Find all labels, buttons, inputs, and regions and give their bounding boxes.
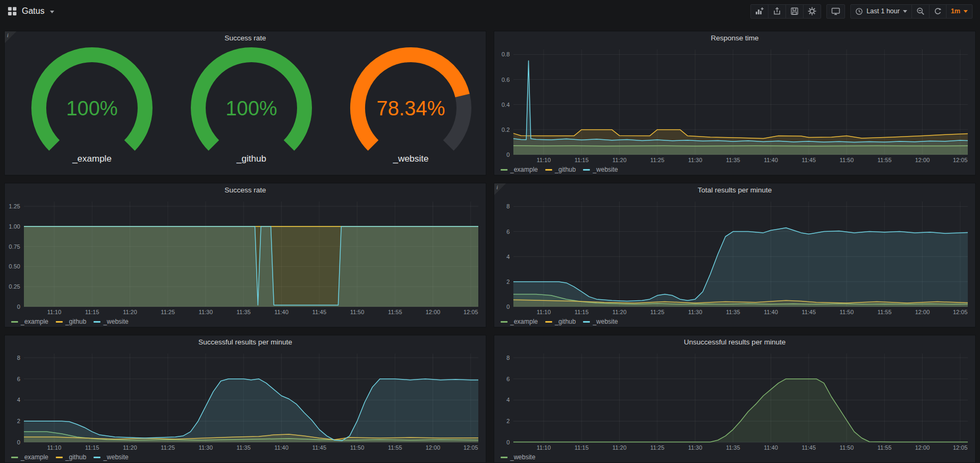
- time-controls-group: Last 1 hour 1m: [850, 4, 973, 19]
- legend-series-name: _website: [593, 166, 618, 173]
- x-tick-label: 11:25: [160, 309, 175, 315]
- legend-item[interactable]: _example: [11, 318, 48, 325]
- total-results-per-minute-panel: iTotal results per minute0246811:1011:15…: [494, 183, 976, 327]
- chart-legend: _example_github_website: [494, 316, 975, 327]
- caret-down-icon: [964, 10, 968, 13]
- gauge-series-label: _website: [393, 154, 428, 164]
- legend-item[interactable]: _github: [56, 318, 86, 325]
- panel-title[interactable]: Success rate: [5, 183, 486, 197]
- add-panel-button[interactable]: [750, 4, 768, 19]
- panel-info-icon[interactable]: i: [5, 31, 16, 43]
- x-tick-label: 11:15: [575, 157, 589, 163]
- legend-item[interactable]: _website: [501, 453, 535, 461]
- legend-series-swatch: [11, 457, 18, 458]
- legend-item[interactable]: _example: [501, 166, 538, 173]
- x-tick-label: 11:20: [612, 157, 627, 163]
- time-range-picker[interactable]: Last 1 hour: [850, 4, 912, 19]
- x-tick-label: 11:15: [575, 444, 589, 451]
- x-tick-label: 11:10: [537, 157, 551, 163]
- legend-series-swatch: [501, 457, 508, 458]
- monitor-icon: [831, 7, 840, 15]
- legend-item[interactable]: _website: [583, 166, 618, 173]
- panel-body: 0246811:1011:1511:2011:2511:3011:3511:40…: [494, 349, 975, 452]
- x-tick-label: 12:00: [915, 309, 930, 315]
- legend-item[interactable]: _github: [545, 318, 576, 325]
- x-tick-label: 12:05: [953, 157, 968, 163]
- x-tick-label: 11:40: [274, 309, 289, 315]
- legend-series-swatch: [11, 321, 18, 323]
- gauge-arc-track: [449, 96, 464, 146]
- y-tick-label: 0.75: [9, 243, 20, 250]
- gauge-series-label: _github: [236, 154, 266, 164]
- x-tick-label: 11:45: [801, 157, 816, 163]
- gauge-row: 100%_example100%_github78.34%_website: [5, 45, 486, 175]
- legend-item[interactable]: _website: [94, 318, 128, 325]
- x-tick-label: 11:15: [85, 444, 99, 451]
- y-tick-label: 8: [506, 203, 510, 209]
- chart-legend: _example_github_website: [5, 316, 486, 327]
- zoom-out-button[interactable]: [911, 4, 930, 19]
- success-rate-chart-panel: Success rate00.250.500.751.001.2511:1011…: [4, 183, 486, 327]
- share-button[interactable]: [768, 4, 786, 19]
- chart-legend: _website: [494, 452, 975, 462]
- x-tick-label: 11:55: [877, 157, 892, 163]
- gear-icon: [808, 7, 816, 15]
- panel-title[interactable]: Unsuccessful results per minute: [494, 335, 975, 349]
- panel-info-icon[interactable]: i: [494, 183, 506, 195]
- chart-plot[interactable]: 00.250.500.751.001.2511:1011:1511:2011:2…: [5, 197, 486, 316]
- x-tick-label: 11:20: [612, 309, 627, 315]
- x-tick-label: 11:10: [537, 309, 551, 315]
- legend-series-name: _github: [555, 166, 576, 173]
- save-button[interactable]: [785, 4, 804, 19]
- chart-plot[interactable]: 0246811:1011:1511:2011:2511:3011:3511:40…: [494, 349, 975, 452]
- y-tick-label: 4: [17, 397, 20, 403]
- nav-right: Last 1 hour 1m: [750, 4, 973, 19]
- x-tick-label: 12:05: [953, 444, 968, 451]
- x-tick-label: 11:40: [764, 444, 778, 451]
- chart-plot[interactable]: 0246811:1011:1511:2011:2511:3011:3511:40…: [5, 349, 486, 452]
- y-tick-label: 1.00: [9, 223, 20, 230]
- refresh-interval-dropdown[interactable]: 1m: [946, 4, 973, 19]
- x-tick-label: 11:10: [47, 444, 62, 451]
- legend-series-name: _website: [103, 453, 128, 461]
- legend-item[interactable]: _github: [56, 453, 86, 461]
- clock-icon: [855, 7, 863, 15]
- y-tick-label: 6: [506, 376, 510, 382]
- legend-item[interactable]: _example: [501, 318, 538, 325]
- x-tick-label: 11:35: [236, 309, 251, 315]
- chart-plot[interactable]: 0246811:1011:1511:2011:2511:3011:3511:40…: [494, 197, 975, 316]
- x-tick-label: 11:30: [199, 444, 213, 451]
- navbar: Gatus Last 1 hour: [0, 0, 980, 22]
- legend-item[interactable]: _website: [583, 318, 618, 325]
- apps-grid-icon[interactable]: [7, 6, 17, 16]
- legend-item[interactable]: _example: [11, 453, 48, 461]
- panel-title[interactable]: Success rate: [5, 31, 486, 45]
- x-tick-label: 12:00: [426, 444, 441, 451]
- panel-title[interactable]: Response time: [494, 31, 975, 45]
- panel-title[interactable]: Successful results per minute: [5, 335, 486, 349]
- legend-item[interactable]: _github: [545, 166, 576, 173]
- chart-plot[interactable]: 00.20.40.60.811:1011:1511:2011:2511:3011…: [494, 45, 975, 164]
- cycle-view-button[interactable]: [826, 4, 845, 19]
- add-panel-icon: [755, 7, 764, 15]
- settings-button[interactable]: [803, 4, 821, 19]
- y-tick-label: 0.50: [9, 263, 20, 270]
- x-tick-label: 11:25: [650, 157, 664, 163]
- y-tick-label: 2: [506, 279, 510, 285]
- x-tick-label: 11:35: [726, 444, 740, 451]
- legend-series-name: _github: [65, 318, 86, 325]
- y-tick-label: 2: [17, 418, 20, 424]
- panel-title[interactable]: Total results per minute: [494, 183, 975, 197]
- refresh-button[interactable]: [929, 4, 947, 19]
- legend-series-swatch: [501, 169, 508, 171]
- x-tick-label: 11:15: [575, 309, 589, 315]
- y-tick-label: 6: [17, 376, 20, 382]
- caret-down-icon[interactable]: [49, 10, 55, 14]
- x-tick-label: 11:55: [877, 309, 892, 315]
- dashboard-title[interactable]: Gatus: [22, 6, 45, 16]
- x-tick-label: 11:45: [801, 309, 816, 315]
- panel-body: 00.20.40.60.811:1011:1511:2011:2511:3011…: [494, 45, 975, 164]
- y-tick-label: 0.6: [502, 77, 510, 83]
- legend-item[interactable]: _website: [94, 453, 128, 461]
- gauge: 100%_github: [172, 46, 331, 164]
